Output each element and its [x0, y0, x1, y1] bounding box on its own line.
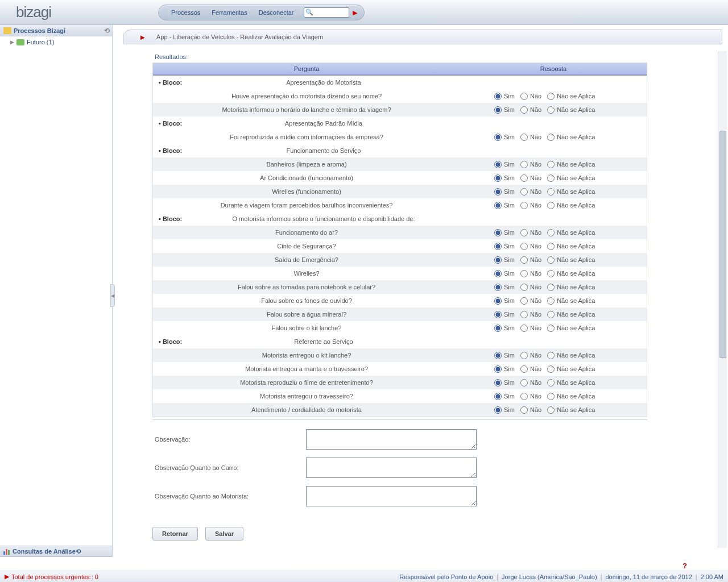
- radio-nao[interactable]: [520, 406, 528, 414]
- retornar-button[interactable]: Retornar: [152, 527, 198, 541]
- radio-na[interactable]: [547, 352, 555, 359]
- radio-na[interactable]: [547, 365, 555, 373]
- radio-na[interactable]: [547, 270, 555, 277]
- salvar-button[interactable]: Salvar: [205, 527, 243, 541]
- content-scroll[interactable]: Resultados: Pergunta Resposta • Bloco:Ap…: [113, 49, 728, 548]
- tree-expand-icon[interactable]: ▶: [10, 39, 14, 45]
- radio-na[interactable]: [547, 256, 555, 264]
- radio-na[interactable]: [547, 161, 555, 168]
- radio-nao[interactable]: [520, 188, 528, 196]
- sidebar-header-consultas[interactable]: Consultas de Análise ⟲: [0, 546, 112, 557]
- radio-na[interactable]: [547, 229, 555, 236]
- radio-sim[interactable]: [494, 134, 502, 141]
- question-text: Houve apresentação do motorista dizendo …: [153, 90, 460, 102]
- urgent-arrow-icon: ▶: [5, 573, 9, 580]
- radio-sim[interactable]: [494, 284, 502, 291]
- radio-sim[interactable]: [494, 106, 502, 114]
- question-text: Foi reproduzida a mídia com informações …: [153, 131, 460, 143]
- radio-sim[interactable]: [494, 311, 502, 318]
- radio-nao[interactable]: [520, 311, 528, 318]
- radio-sim[interactable]: [494, 188, 502, 196]
- radio-sim[interactable]: [494, 406, 502, 414]
- radio-sim[interactable]: [494, 202, 502, 209]
- radio-nao-label: Não: [530, 406, 541, 413]
- radio-na[interactable]: [547, 297, 555, 305]
- radio-sim[interactable]: [494, 325, 502, 332]
- menu-desconectar[interactable]: Desconectar: [259, 9, 294, 16]
- block-label: • Bloco:: [156, 147, 191, 154]
- radio-nao[interactable]: [520, 393, 528, 400]
- observacao-motorista-textarea[interactable]: [306, 486, 477, 506]
- block-title: Apresentação Padrão Mídia: [191, 120, 457, 127]
- search-go-icon[interactable]: ▶: [353, 9, 357, 16]
- radio-nao[interactable]: [520, 174, 528, 182]
- radio-na[interactable]: [547, 284, 555, 291]
- refresh-icon[interactable]: ⟲: [104, 27, 110, 35]
- radio-nao[interactable]: [520, 284, 528, 291]
- radio-nao-label: Não: [530, 161, 541, 168]
- radio-na[interactable]: [547, 106, 555, 114]
- radio-nao-label: Não: [530, 393, 541, 400]
- radio-nao[interactable]: [520, 270, 528, 277]
- radio-na[interactable]: [547, 311, 555, 318]
- observacao-carro-textarea[interactable]: [306, 458, 477, 478]
- radio-sim[interactable]: [494, 243, 502, 250]
- radio-nao[interactable]: [520, 325, 528, 332]
- radio-na[interactable]: [547, 93, 555, 100]
- help-icon[interactable]: ?: [682, 562, 692, 571]
- radio-na[interactable]: [547, 134, 555, 141]
- radio-na-label: Não se Aplica: [557, 93, 595, 99]
- radio-sim[interactable]: [494, 365, 502, 373]
- block-label: • Bloco:: [156, 215, 191, 222]
- radio-sim[interactable]: [494, 229, 502, 236]
- sidebar-header-processos[interactable]: Processos Bizagi ⟲: [0, 25, 112, 36]
- block-row: • Bloco:Apresentação Padrão Mídia: [153, 117, 647, 130]
- menu-ferramentas[interactable]: Ferramentas: [212, 9, 247, 16]
- radio-nao[interactable]: [520, 229, 528, 236]
- radio-nao-label: Não: [530, 202, 541, 209]
- observacao-textarea[interactable]: [306, 429, 477, 450]
- radio-nao[interactable]: [520, 352, 528, 359]
- radio-na[interactable]: [547, 243, 555, 250]
- radio-na[interactable]: [547, 379, 555, 386]
- radio-sim-label: Sim: [504, 174, 515, 181]
- scrollbar[interactable]: [718, 51, 727, 548]
- radio-sim[interactable]: [494, 352, 502, 359]
- radio-nao[interactable]: [520, 256, 528, 264]
- radio-nao[interactable]: [520, 106, 528, 114]
- radio-na[interactable]: [547, 393, 555, 400]
- radio-nao[interactable]: [520, 365, 528, 373]
- radio-sim[interactable]: [494, 93, 502, 100]
- radio-sim[interactable]: [494, 161, 502, 168]
- radio-nao[interactable]: [520, 243, 528, 250]
- radio-nao[interactable]: [520, 93, 528, 100]
- radio-sim[interactable]: [494, 174, 502, 182]
- radio-sim[interactable]: [494, 256, 502, 264]
- radio-na[interactable]: [547, 202, 555, 209]
- scrollbar-thumb[interactable]: [719, 131, 726, 358]
- question-text: Durante a viagem foram percebidos barulh…: [153, 199, 460, 211]
- refresh-icon-2[interactable]: ⟲: [76, 548, 81, 555]
- radio-na[interactable]: [547, 406, 555, 414]
- radio-na[interactable]: [547, 188, 555, 196]
- question-text: Cinto de Segurança?: [153, 240, 460, 252]
- radio-sim[interactable]: [494, 393, 502, 400]
- menu-processos[interactable]: Processos: [171, 9, 200, 16]
- radio-nao[interactable]: [520, 134, 528, 141]
- tree-item-futuro[interactable]: ▶ Futuro (1): [0, 36, 112, 48]
- radio-sim[interactable]: [494, 379, 502, 386]
- radio-nao[interactable]: [520, 161, 528, 168]
- radio-sim[interactable]: [494, 297, 502, 305]
- radio-nao[interactable]: [520, 202, 528, 209]
- radio-na[interactable]: [547, 174, 555, 182]
- question-row: Motorista entregou o kit lanche?SimNãoNã…: [153, 348, 647, 362]
- radio-sim-label: Sim: [504, 229, 515, 236]
- radio-nao[interactable]: [520, 379, 528, 386]
- radio-na[interactable]: [547, 325, 555, 332]
- question-row: Falou sobre a água mineral?SimNãoNão se …: [153, 307, 647, 321]
- block-label: • Bloco:: [156, 120, 191, 127]
- status-time: 2:00 AM: [701, 573, 723, 580]
- radio-sim[interactable]: [494, 270, 502, 277]
- sidebar-bottom: Consultas de Análise ⟲: [0, 546, 112, 557]
- radio-nao[interactable]: [520, 297, 528, 305]
